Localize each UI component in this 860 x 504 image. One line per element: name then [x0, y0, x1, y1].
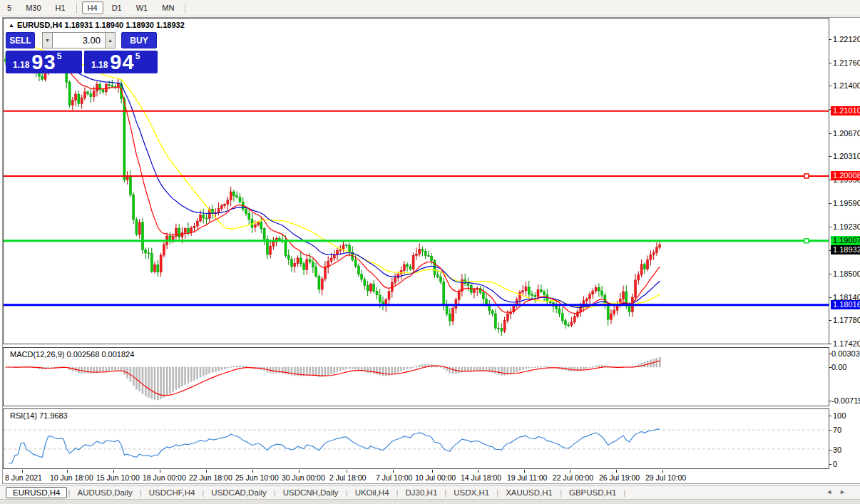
chart-tab-ukoil[interactable]: UKOil,H4: [349, 487, 396, 498]
candle: [129, 177, 131, 195]
candle: [354, 260, 357, 266]
price-line-label-1.19007: 1.19007: [831, 236, 860, 245]
candle: [486, 299, 488, 304]
sell-price-button[interactable]: 1.18 93 5: [6, 51, 82, 73]
candle: [494, 314, 496, 328]
candle: [263, 229, 265, 240]
candle: [321, 279, 323, 289]
candle: [111, 85, 113, 86]
tab-separator: |: [496, 488, 498, 497]
toolbar-separator: [185, 3, 185, 14]
time-label: 19 Jul 11:00: [507, 473, 547, 482]
candle: [78, 94, 80, 103]
candle: [467, 284, 469, 286]
chart-tab-xauusd[interactable]: XAUUSD,H1: [499, 487, 559, 498]
timeframe-button-mn[interactable]: MN: [156, 1, 180, 14]
axis-tick: [829, 86, 831, 86]
chart-tab-usdcnh[interactable]: USDCNH,Daily: [277, 487, 345, 498]
candle: [318, 277, 320, 289]
volume-decrease-button[interactable]: ▼: [42, 32, 53, 48]
candle: [388, 292, 390, 299]
candle: [643, 264, 645, 269]
axis-tick: [829, 320, 831, 321]
candle: [394, 278, 396, 282]
tab-separator: |: [396, 488, 399, 497]
chart-tab-audusd[interactable]: AUDUSD,Daily: [71, 487, 138, 498]
candle: [607, 304, 609, 319]
candle: [573, 317, 575, 322]
candle: [102, 90, 104, 92]
candle: [90, 94, 92, 97]
rsi-line: [9, 429, 660, 463]
axis-tick: [829, 63, 831, 63]
candle: [638, 275, 640, 280]
candle: [503, 321, 506, 331]
time-tick: [67, 470, 68, 473]
timeframe-button-d1[interactable]: D1: [106, 1, 128, 14]
axis-tick: [829, 344, 831, 344]
hline-handle[interactable]: [804, 174, 809, 178]
timeframe-button-h4[interactable]: H4: [82, 1, 103, 14]
chart-tab-dj30[interactable]: DJ30,H1: [399, 487, 444, 498]
chart-tab-usdchf[interactable]: USDCHF,H4: [143, 487, 202, 498]
macd-histogram: [5, 357, 660, 400]
price-tick-label: 1.18500: [833, 269, 860, 278]
candle: [257, 222, 260, 225]
time-tick: [347, 470, 347, 473]
ma-mid-line: [6, 57, 660, 308]
timeframe-button-m30[interactable]: M30: [20, 1, 46, 14]
collapse-panel-icon[interactable]: ▲: [9, 22, 14, 29]
candle: [635, 280, 637, 297]
time-tick: [616, 470, 617, 473]
candle: [315, 267, 317, 277]
time-label: 22 Jun 18:00: [189, 473, 232, 482]
candle: [598, 287, 600, 291]
candle: [650, 254, 652, 259]
axis-tick: [829, 450, 831, 451]
candle: [506, 314, 508, 320]
chart-tab-usdcad[interactable]: USDCAD,Daily: [205, 487, 272, 498]
tab-scroll-left-icon[interactable]: ◄: [826, 488, 839, 495]
candle: [522, 291, 524, 292]
buy-button[interactable]: BUY: [121, 32, 157, 48]
time-tick: [252, 470, 253, 473]
candle: [117, 83, 119, 87]
timeframe-button-5[interactable]: 5: [1, 1, 17, 14]
timeframe-button-h1[interactable]: H1: [50, 1, 71, 14]
hline-handle[interactable]: [804, 239, 809, 243]
sell-button[interactable]: SELL: [6, 32, 35, 48]
timeframe-button-w1[interactable]: W1: [130, 1, 154, 14]
candle: [534, 296, 536, 297]
candle: [163, 245, 165, 255]
chart-tab-gbpusd[interactable]: GBPUSD,H1: [563, 487, 623, 498]
candle: [449, 314, 451, 321]
axis-tick: [829, 39, 831, 40]
chart-tab-eurusd[interactable]: EURUSD,H4: [6, 487, 67, 498]
buy-price-button[interactable]: 1.18 94 5: [84, 51, 158, 73]
candle: [96, 84, 98, 91]
price-tick-label: 1.21400: [833, 81, 860, 90]
candle: [188, 229, 190, 233]
volume-input[interactable]: [53, 32, 105, 48]
buy-price-point: 5: [135, 51, 140, 61]
candle: [440, 277, 442, 282]
candle: [376, 292, 378, 295]
chart-tab-usdx[interactable]: USDX,H1: [447, 487, 496, 498]
candle: [227, 200, 229, 205]
sell-price-point: 5: [57, 51, 62, 61]
candle: [640, 264, 643, 275]
tab-separator: |: [444, 488, 446, 497]
candle: [291, 259, 293, 267]
price-line-label-1.18932: 1.18932: [831, 245, 860, 254]
rsi-header: RSI(14) 71.9683: [10, 411, 68, 420]
tab-scroll-right-icon[interactable]: ►: [839, 488, 853, 495]
volume-increase-button[interactable]: ▲: [105, 32, 116, 48]
candle: [415, 254, 417, 255]
candle: [373, 284, 375, 292]
rsi-tick-label: 0: [833, 460, 837, 468]
time-label: 26 Jul 19:00: [599, 473, 640, 482]
axis-tick: [829, 430, 831, 431]
candle-wicks: [6, 52, 660, 336]
sell-price-figure: 1.18: [13, 60, 29, 72]
candle: [409, 267, 411, 269]
